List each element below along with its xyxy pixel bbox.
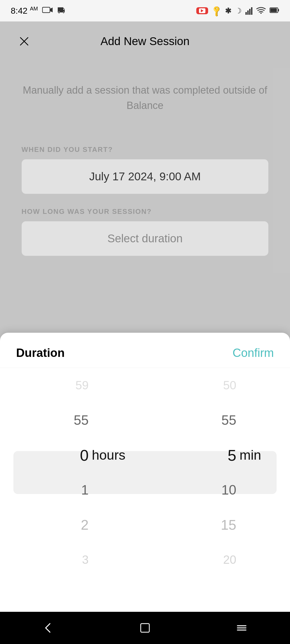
hours-unit-above1 — [89, 403, 92, 438]
key-icon: 🔑 — [210, 4, 223, 17]
min-below1: 10 — [221, 473, 236, 507]
svg-point-2 — [260, 12, 262, 14]
subtitle-text: Manually add a session that was complete… — [21, 83, 269, 113]
status-left: 8:42 AM ⛟ — [11, 6, 65, 16]
hours-unit-above2 — [89, 368, 92, 403]
min-selected: 5 — [228, 438, 236, 473]
min-number-col: 50 55 5 10 15 20 — [148, 368, 236, 577]
hours-selected: 0 — [80, 438, 89, 473]
hours-unit-selected: hours — [89, 438, 125, 473]
picker-area[interactable]: 59 55 0 1 2 3 hours 50 55 5 10 — [0, 368, 290, 577]
moon-icon: ☽ — [235, 6, 242, 15]
page-header: Add New Session — [0, 21, 290, 61]
picker-columns: 59 55 0 1 2 3 hours 50 55 5 10 — [0, 368, 290, 577]
hours-below3: 3 — [82, 542, 89, 577]
bottom-sheet-header: Duration Confirm — [0, 333, 290, 368]
svg-rect-4 — [270, 8, 277, 12]
svg-marker-1 — [50, 8, 53, 12]
hours-label-col: hours — [89, 368, 148, 577]
signal-icon — [245, 7, 252, 15]
form-section: WHEN DID YOU START? July 17 2024, 9:00 A… — [0, 135, 290, 280]
start-label: WHEN DID YOU START? — [21, 145, 269, 154]
bluetooth-icon: ✱ — [225, 6, 231, 15]
min-unit-below1 — [236, 473, 240, 507]
page-title: Add New Session — [100, 35, 190, 48]
battery-icon — [270, 7, 279, 14]
subtitle-area: Manually add a session that was complete… — [0, 61, 290, 135]
back-button[interactable] — [38, 620, 59, 636]
min-above1: 55 — [221, 403, 236, 438]
min-unit-selected: min — [236, 438, 261, 473]
main-overlay: Add New Session Manually add a session t… — [0, 21, 290, 365]
gesture-icon: ⛟ — [57, 6, 65, 15]
hours-number-col: 59 55 0 1 2 3 — [0, 368, 89, 577]
start-value: July 17 2024, 9:00 AM — [89, 170, 201, 183]
duration-label: HOW LONG WAS YOUR SESSION? — [21, 207, 269, 216]
min-label-col: min — [236, 368, 290, 577]
min-below2: 15 — [221, 507, 236, 542]
hours-above2: 59 — [75, 368, 89, 403]
home-button[interactable] — [134, 620, 156, 636]
menu-button[interactable] — [231, 620, 252, 636]
min-unit-below3 — [236, 542, 240, 577]
nav-bar — [0, 612, 290, 644]
duration-field[interactable]: Select duration — [21, 221, 269, 256]
wifi-icon — [256, 6, 266, 16]
svg-rect-5 — [278, 9, 279, 11]
hours-above1: 55 — [74, 403, 89, 438]
duration-title: Duration — [16, 346, 65, 360]
min-above2: 50 — [223, 368, 236, 403]
record-icon — [196, 7, 208, 14]
status-bar: 8:42 AM ⛟ 🔑 ✱ ☽ — [0, 0, 290, 21]
hours-below1: 1 — [81, 473, 89, 507]
min-unit-above2 — [236, 368, 240, 403]
bottom-sheet: Duration Confirm 59 55 0 1 2 3 hours — [0, 333, 290, 612]
camera-icon — [42, 6, 53, 16]
hours-unit-below2 — [89, 507, 92, 542]
svg-rect-0 — [42, 7, 50, 13]
svg-rect-8 — [141, 624, 149, 632]
confirm-button[interactable]: Confirm — [233, 346, 274, 360]
status-time: 8:42 AM — [11, 6, 38, 16]
hours-below2: 2 — [81, 507, 89, 542]
duration-placeholder: Select duration — [107, 232, 183, 245]
hours-unit-below3 — [89, 542, 92, 577]
min-unit-below2 — [236, 507, 240, 542]
min-below3: 20 — [223, 542, 236, 577]
min-unit-above1 — [236, 403, 240, 438]
start-field[interactable]: July 17 2024, 9:00 AM — [21, 159, 269, 194]
status-right: 🔑 ✱ ☽ — [196, 6, 279, 16]
close-button[interactable] — [16, 33, 32, 49]
hours-unit-below1 — [89, 473, 92, 507]
